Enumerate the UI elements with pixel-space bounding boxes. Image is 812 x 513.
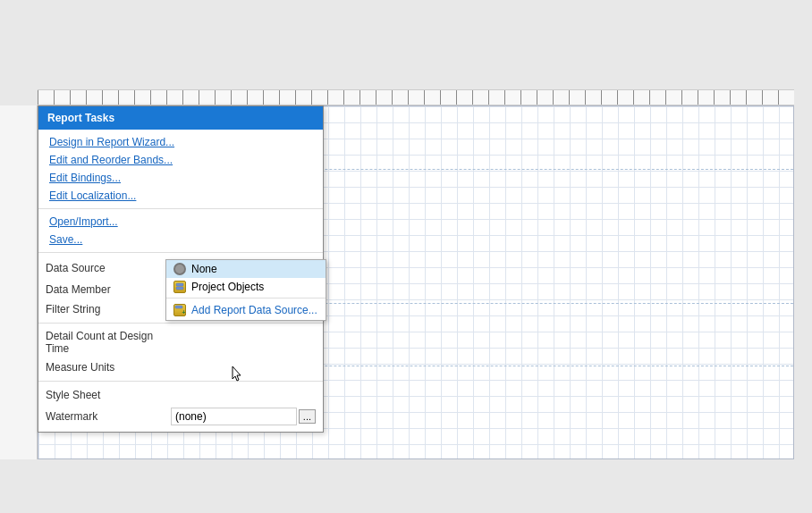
svg-rect-1 (176, 287, 183, 290)
add-report-data-source-item[interactable]: + Add Report Data Source... (166, 300, 326, 320)
ruler-top (38, 89, 794, 105)
add-ds-icon: + (173, 304, 186, 316)
separator-1 (38, 208, 323, 209)
save-link[interactable]: Save... (38, 231, 323, 248)
design-wizard-link[interactable]: Design in Report Wizard... (38, 133, 323, 151)
ruler-left (0, 105, 38, 459)
svg-rect-0 (176, 283, 183, 286)
measure-units-row: Measure Units (38, 357, 323, 377)
style-sheet-label: Style Sheet (46, 389, 171, 401)
db-icon (173, 281, 186, 293)
none-icon (173, 263, 186, 275)
panel-title: Report Tasks (47, 112, 114, 124)
dropdown-project-objects-label: Project Objects (191, 281, 264, 293)
separator-2 (38, 252, 323, 253)
separator-3 (38, 323, 323, 324)
add-report-data-source-label: Add Report Data Source... (191, 304, 317, 316)
separator-4 (38, 381, 323, 382)
detail-count-row: Detail Count at Design Time (38, 327, 323, 357)
edit-localization-link[interactable]: Edit Localization... (38, 187, 323, 205)
dropdown-item-none[interactable]: None (166, 260, 326, 278)
svg-text:+: + (182, 309, 186, 315)
data-source-label: Data Source (46, 262, 171, 274)
watermark-label: Watermark (46, 410, 171, 423)
open-import-link[interactable]: Open/Import... (38, 213, 323, 231)
data-member-label: Data Member (46, 283, 171, 296)
svg-rect-2 (175, 306, 182, 308)
style-sheet-row: Style Sheet (38, 385, 323, 405)
edit-bindings-link[interactable]: Edit Bindings... (38, 169, 323, 187)
watermark-ellipsis-btn[interactable]: ... (299, 409, 316, 424)
dropdown-item-project-objects[interactable]: Project Objects (166, 278, 326, 296)
dropdown-separator (166, 298, 326, 299)
watermark-value: (none) (171, 408, 297, 425)
measure-units-label: Measure Units (46, 361, 171, 374)
watermark-value-wrapper: (none) ... (171, 408, 316, 425)
data-source-dropdown-popup: None Project Objects + Add Report Data S… (165, 259, 326, 321)
watermark-row: Watermark (none) ... (38, 405, 323, 428)
edit-bands-link[interactable]: Edit and Reorder Bands... (38, 151, 323, 169)
detail-count-label: Detail Count at Design Time (46, 330, 171, 355)
dropdown-none-label: None (191, 263, 217, 275)
filter-string-label: Filter String (46, 303, 171, 315)
panel-header: Report Tasks (38, 106, 323, 130)
